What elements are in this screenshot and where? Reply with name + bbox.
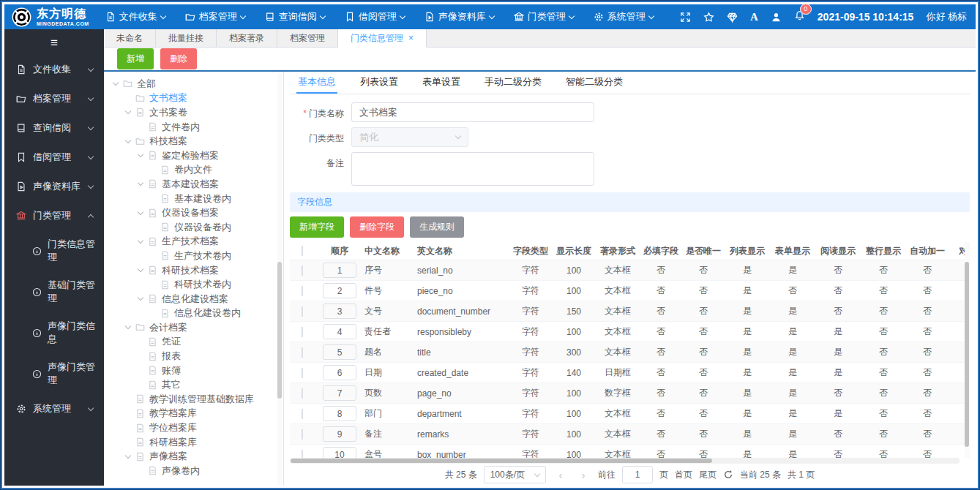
tree-node-教学档案库[interactable]: 教学档案库: [104, 407, 283, 421]
order-input[interactable]: 3: [323, 304, 356, 319]
tree-node-教学训练管理基础数据库[interactable]: 教学训练管理基础数据库: [104, 392, 283, 407]
tree-node-仪器设备卷内[interactable]: 仪器设备卷内: [104, 220, 283, 235]
tree-node-文书案卷[interactable]: 文书案卷: [104, 105, 283, 120]
user-icon[interactable]: [771, 12, 782, 23]
order-input[interactable]: 9: [323, 426, 356, 442]
prev-page-button[interactable]: ‹: [553, 467, 569, 483]
topnav-item-查询借阅[interactable]: 查询借阅: [265, 10, 325, 23]
select-all-checkbox[interactable]: [302, 246, 303, 256]
sidebar-item-查询借阅[interactable]: 查询借阅: [4, 113, 104, 143]
row-checkbox[interactable]: [302, 327, 303, 337]
sidebar-item-声像资料库[interactable]: 声像资料库: [4, 172, 104, 201]
tree-node-报表[interactable]: 报表: [104, 349, 283, 363]
tree-node-信息化建设卷内[interactable]: 信息化建设卷内: [104, 306, 283, 321]
order-input[interactable]: 1: [323, 263, 356, 278]
add-button[interactable]: 新增: [117, 48, 154, 69]
page-number-input[interactable]: [622, 466, 653, 483]
table-horizontal-scrollbar[interactable]: [290, 458, 960, 464]
sidebar-collapse-button[interactable]: ≡: [4, 29, 104, 55]
row-checkbox[interactable]: [302, 265, 303, 276]
tree-node-生产技术卷内[interactable]: 生产技术卷内: [104, 249, 283, 263]
tree-node-鉴定检验档案[interactable]: 鉴定检验档案: [104, 148, 283, 163]
tree-node-科研档案库[interactable]: 科研档案库: [104, 435, 283, 450]
first-page-button[interactable]: 首页: [675, 469, 692, 481]
tab-批量挂接[interactable]: 批量挂接: [156, 29, 217, 47]
sidebar-subitem-门类信息管理[interactable]: 门类信息管理: [4, 230, 104, 271]
detail-tab-基本信息[interactable]: 基本信息: [296, 72, 337, 94]
fullscreen-icon[interactable]: [680, 12, 691, 23]
tree-node-信息化建设档案[interactable]: 信息化建设档案: [104, 292, 283, 306]
sidebar-item-系统管理[interactable]: 系统管理: [4, 394, 104, 423]
row-checkbox[interactable]: [302, 429, 303, 440]
tree-node-声像卷内[interactable]: 声像卷内: [104, 464, 283, 478]
tree-node-学位档案库[interactable]: 学位档案库: [104, 421, 283, 435]
notification-bell[interactable]: 0: [794, 10, 805, 24]
add-field-button[interactable]: 新增字段: [290, 216, 344, 238]
row-checkbox[interactable]: [302, 388, 303, 399]
tree-node-科研技术档案[interactable]: 科研技术档案: [104, 263, 283, 278]
gem-icon[interactable]: [727, 12, 738, 23]
topnav-item-门类管理[interactable]: 门类管理: [514, 10, 574, 23]
topnav-item-文件收集[interactable]: 文件收集: [105, 10, 165, 23]
order-input[interactable]: 5: [323, 344, 356, 360]
sidebar-subitem-声像门类管理[interactable]: 声像门类管理: [4, 353, 104, 394]
row-checkbox[interactable]: [302, 409, 303, 419]
order-input[interactable]: 6: [323, 365, 356, 380]
row-checkbox[interactable]: [302, 450, 303, 459]
tree-node-声像档案[interactable]: 声像档案: [104, 449, 283, 464]
detail-tab-手动二级分类[interactable]: 手动二级分类: [483, 72, 543, 94]
tree-node-科研技术卷内[interactable]: 科研技术卷内: [104, 277, 283, 292]
tree-node-文件卷内[interactable]: 文件卷内: [104, 120, 283, 135]
tab-门类信息管理[interactable]: 门类信息管理×: [338, 29, 427, 48]
sidebar-item-门类管理[interactable]: 门类管理: [4, 201, 104, 230]
favorite-star-icon[interactable]: [703, 12, 714, 23]
refresh-icon[interactable]: [723, 470, 733, 480]
tree-node-全部[interactable]: 全部: [104, 77, 283, 91]
last-page-button[interactable]: 尾页: [699, 469, 717, 481]
tree-scrollbar[interactable]: [277, 72, 283, 486]
remark-textarea[interactable]: [351, 152, 594, 186]
font-size-icon[interactable]: A: [750, 11, 758, 23]
row-checkbox[interactable]: [302, 286, 303, 296]
tree-node-文书档案[interactable]: 文书档案: [104, 91, 283, 106]
row-checkbox[interactable]: [302, 306, 303, 317]
topnav-item-借阅管理[interactable]: 借阅管理: [345, 10, 405, 23]
tree-node-基本建设卷内[interactable]: 基本建设卷内: [104, 192, 283, 206]
tree-node-基本建设档案[interactable]: 基本建设档案: [104, 177, 283, 192]
order-input[interactable]: 4: [323, 324, 356, 339]
order-input[interactable]: 7: [323, 385, 356, 401]
tree-node-卷内文件[interactable]: 卷内文件: [104, 163, 283, 178]
tree-node-其它[interactable]: 其它: [104, 377, 283, 392]
order-input[interactable]: 2: [323, 283, 356, 298]
sidebar-item-档案管理[interactable]: 档案管理: [4, 84, 104, 113]
sidebar-subitem-声像门类信息[interactable]: 声像门类信息: [4, 312, 104, 353]
topnav-item-档案管理[interactable]: 档案管理: [185, 10, 245, 23]
row-checkbox[interactable]: [302, 347, 303, 358]
sidebar-item-文件收集[interactable]: 文件收集: [4, 55, 104, 84]
topnav-item-系统管理[interactable]: 系统管理: [594, 10, 654, 23]
tab-档案著录[interactable]: 档案著录: [217, 29, 277, 47]
generate-rule-button[interactable]: 生成规则: [410, 216, 464, 238]
order-input[interactable]: 10: [323, 447, 356, 458]
tree-node-生产技术档案[interactable]: 生产技术档案: [104, 235, 283, 249]
sidebar-item-借阅管理[interactable]: 借阅管理: [4, 143, 104, 172]
tree-node-凭证[interactable]: 凭证: [104, 335, 283, 350]
topnav-item-声像资料库[interactable]: 声像资料库: [424, 10, 494, 23]
tree-node-账簿[interactable]: 账簿: [104, 363, 283, 378]
tree-node-仪器设备档案[interactable]: 仪器设备档案: [104, 206, 283, 220]
category-type-select[interactable]: 简化: [351, 127, 468, 147]
category-name-input[interactable]: [351, 102, 594, 122]
tab-close-icon[interactable]: ×: [408, 33, 414, 43]
tree-node-会计档案[interactable]: 会计档案: [104, 320, 283, 335]
detail-tab-表单设置[interactable]: 表单设置: [421, 72, 462, 94]
tab-档案管理[interactable]: 档案管理: [277, 29, 338, 47]
sidebar-subitem-基础门类管理[interactable]: 基础门类管理: [4, 271, 104, 312]
page-size-select[interactable]: 100条/页: [484, 466, 546, 483]
tab-未命名[interactable]: 未命名: [104, 29, 156, 47]
detail-tab-列表设置[interactable]: 列表设置: [359, 72, 400, 94]
detail-tab-智能二级分类[interactable]: 智能二级分类: [564, 72, 624, 94]
tree-node-科技档案[interactable]: 科技档案: [104, 134, 283, 148]
table-vertical-scrollbar[interactable]: [965, 242, 970, 458]
delete-field-button[interactable]: 删除字段: [350, 216, 404, 238]
row-checkbox[interactable]: [302, 368, 303, 378]
